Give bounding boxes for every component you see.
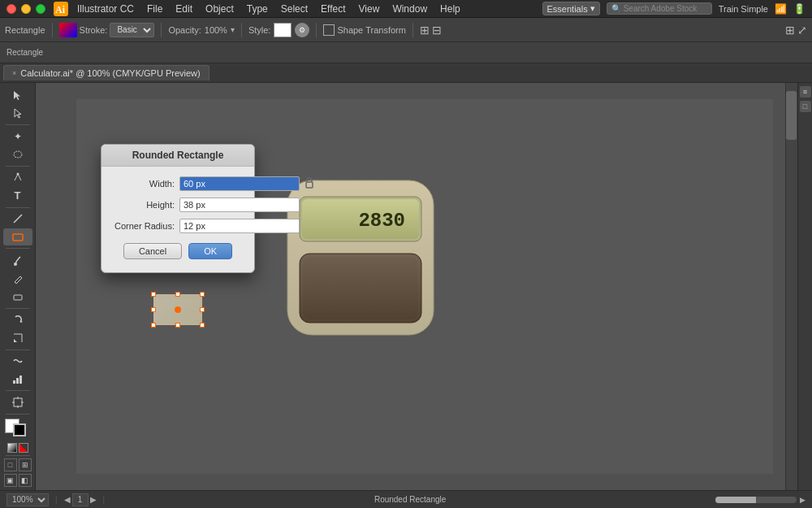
panel-btn-2[interactable]: □ (800, 101, 811, 112)
zoom-group: 100% (6, 493, 49, 506)
page-next[interactable]: ▶ (90, 495, 97, 504)
essentials-chevron: ▾ (590, 3, 595, 14)
view-normal[interactable]: ▣ (4, 474, 17, 487)
wifi-icon: 📶 (775, 3, 787, 15)
mode-buttons: □ ⊞ (4, 458, 32, 471)
transform-label: Transform (365, 25, 406, 35)
handle-tr (200, 292, 205, 297)
width-input[interactable] (179, 176, 300, 191)
close-button[interactable] (6, 4, 16, 14)
swap-icon[interactable] (7, 443, 17, 453)
tool-direct-select[interactable] (3, 104, 32, 121)
fullscreen-icon[interactable]: ⤢ (797, 24, 807, 37)
tool-pencil[interactable] (3, 270, 32, 287)
style-label: Style: (248, 25, 271, 35)
vertical-scrollbar[interactable] (785, 83, 797, 490)
opacity-chevron[interactable]: ▾ (231, 25, 235, 34)
progress-arrow[interactable]: ▶ (800, 496, 806, 504)
stroke-select[interactable]: Basic (110, 23, 154, 37)
svg-point-6 (14, 263, 17, 266)
app-logo: Ai (54, 2, 68, 16)
cancel-button[interactable]: Cancel (123, 243, 182, 259)
progress-bar (715, 497, 797, 503)
tool-type[interactable]: T (3, 187, 32, 204)
stroke-group: Stroke: Basic (59, 23, 155, 37)
statusbar: 100% | ◀ ▶ | Rounded Rectangle ▶ (0, 490, 812, 508)
progress-fill (715, 497, 756, 503)
selection-center-handle (175, 306, 181, 313)
ok-button[interactable]: OK (188, 243, 232, 259)
zoom-select[interactable]: 100% (6, 493, 49, 506)
maximize-button[interactable] (36, 4, 45, 14)
panel-btn-1[interactable]: ≡ (800, 86, 811, 98)
toolbar-sep-2 (161, 23, 162, 37)
menu-type[interactable]: Type (241, 2, 274, 16)
tool-warp[interactable] (3, 353, 32, 370)
tool-paintbrush[interactable] (3, 251, 32, 268)
panels-icon[interactable]: ⊞ (785, 24, 795, 37)
corner-radius-row: Corner Radius: (110, 219, 246, 233)
lock-icon[interactable] (304, 177, 314, 191)
canvas-area[interactable]: 2830 Rounded Rectan (36, 83, 797, 490)
stroke-swatch[interactable] (13, 423, 26, 436)
menu-select[interactable]: Select (275, 2, 313, 16)
status-sep-2: | (103, 495, 106, 504)
tool-sep-5 (6, 308, 30, 309)
view-preview[interactable]: ◧ (19, 474, 32, 487)
minimize-button[interactable] (21, 4, 31, 14)
menu-help[interactable]: Help (434, 2, 466, 16)
train-simple-label: Train Simple (719, 4, 768, 14)
menu-view[interactable]: View (353, 2, 386, 16)
progress-group: ▶ (715, 496, 806, 504)
tool-select[interactable] (3, 86, 32, 103)
tool-lasso[interactable] (3, 145, 32, 163)
tool-scale[interactable] (3, 329, 32, 346)
tool-eraser[interactable] (3, 288, 32, 305)
style-swatch[interactable] (274, 23, 292, 37)
svg-rect-5 (13, 234, 23, 241)
tool-rectangle[interactable] (3, 228, 32, 245)
menu-edit[interactable]: Edit (170, 2, 198, 16)
scrollbar-thumb[interactable] (786, 91, 797, 140)
handle-tm (175, 292, 180, 297)
tool-magic-wand[interactable]: ✦ (3, 128, 32, 145)
toolbar-sep-1 (52, 23, 53, 37)
menu-object[interactable]: Object (200, 2, 240, 16)
height-input[interactable] (179, 198, 300, 212)
tool-line[interactable] (3, 211, 32, 228)
tool-rotate[interactable] (3, 311, 32, 328)
main-area: ✦ T (0, 83, 812, 490)
reset-icon[interactable] (19, 443, 28, 453)
page-prev[interactable]: ◀ (64, 495, 71, 504)
svg-rect-9 (16, 378, 19, 384)
distribute-icon[interactable]: ⊟ (432, 24, 442, 37)
tool-artboard[interactable] (3, 393, 32, 410)
fill-color-indicator[interactable] (59, 23, 77, 37)
active-tool-label: Rectangle (5, 25, 45, 35)
tool-sep-1 (6, 124, 30, 125)
menu-window[interactable]: Window (387, 2, 433, 16)
corner-radius-input[interactable] (179, 219, 300, 233)
dialog-buttons: Cancel OK (110, 240, 246, 264)
mode-normal[interactable]: □ (4, 458, 17, 471)
mode-mask[interactable]: ⊞ (19, 458, 32, 471)
tab-close-icon[interactable]: × (12, 69, 16, 77)
tool-graph[interactable] (3, 371, 32, 388)
width-label: Width: (110, 179, 175, 189)
menu-effect[interactable]: Effect (315, 2, 351, 16)
align-icon[interactable]: ⊞ (420, 24, 430, 37)
style-options[interactable]: ⚙ (295, 23, 309, 37)
essentials-button[interactable]: Essentials ▾ (542, 2, 600, 15)
dialog-body: Width: Height: Corner Radi (102, 167, 254, 272)
main-toolbar: Rectangle Stroke: Basic Opacity: 100% ▾ … (0, 18, 812, 42)
menu-file[interactable]: File (141, 2, 168, 16)
tool-pen[interactable] (3, 169, 32, 186)
battery-icon: 🔋 (793, 3, 806, 15)
calculator-icon: 2830 (279, 172, 442, 335)
search-bar[interactable]: 🔍 Search Adobe Stock (607, 2, 712, 15)
page-input[interactable] (72, 493, 89, 506)
svg-rect-11 (14, 398, 22, 406)
tool-hint: Rectangle (6, 48, 43, 57)
menu-illustrator[interactable]: Illustrator CC (71, 2, 140, 16)
active-tab[interactable]: × Calculator.ai* @ 100% (CMYK/GPU Previe… (3, 65, 209, 80)
